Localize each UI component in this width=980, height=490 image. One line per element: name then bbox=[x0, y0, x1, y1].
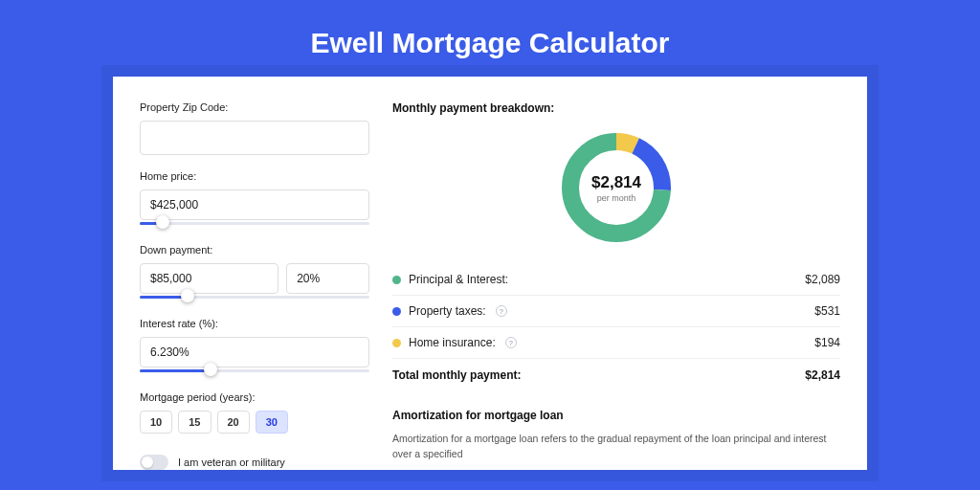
interest-slider-thumb[interactable] bbox=[204, 363, 217, 376]
amortization-title: Amortization for mortgage loan bbox=[392, 409, 840, 422]
down-payment-label: Down payment: bbox=[140, 244, 369, 256]
legend-dot bbox=[392, 307, 401, 316]
breakdown-panel: Monthly payment breakdown: $2,814 per mo… bbox=[392, 101, 840, 470]
interest-slider-fill bbox=[140, 369, 211, 372]
legend-value: $194 bbox=[814, 336, 840, 349]
home-price-slider[interactable] bbox=[140, 219, 369, 229]
interest-label: Interest rate (%): bbox=[140, 318, 369, 329]
legend-total-row: Total monthly payment: $2,814 bbox=[392, 358, 840, 395]
legend-row: Property taxes:?$531 bbox=[392, 296, 840, 327]
legend-label: Property taxes: bbox=[409, 304, 486, 318]
info-icon[interactable]: ? bbox=[496, 305, 507, 317]
home-price-label: Home price: bbox=[140, 170, 369, 182]
legend-dot bbox=[392, 339, 401, 347]
period-option-30[interactable]: 30 bbox=[256, 411, 288, 434]
legend-row: Home insurance:?$194 bbox=[392, 327, 840, 358]
veteran-label: I am veteran or military bbox=[178, 457, 285, 468]
calculator-card: Property Zip Code: Home price: Down paym… bbox=[113, 77, 867, 470]
down-payment-input[interactable] bbox=[140, 263, 278, 294]
home-price-slider-thumb[interactable] bbox=[156, 215, 169, 229]
info-icon[interactable]: ? bbox=[505, 337, 517, 348]
total-label: Total monthly payment: bbox=[392, 368, 521, 382]
inputs-panel: Property Zip Code: Home price: Down paym… bbox=[140, 101, 369, 470]
donut-amount: $2,814 bbox=[591, 173, 641, 192]
amortization-text: Amortization for a mortgage loan refers … bbox=[392, 432, 840, 462]
legend-label: Home insurance: bbox=[409, 336, 496, 349]
donut-sub: per month bbox=[597, 193, 636, 203]
veteran-toggle[interactable] bbox=[140, 455, 168, 470]
period-option-20[interactable]: 20 bbox=[217, 411, 250, 434]
total-value: $2,814 bbox=[805, 368, 840, 382]
zip-label: Property Zip Code: bbox=[140, 101, 369, 113]
down-payment-slider-thumb[interactable] bbox=[181, 289, 194, 302]
period-option-15[interactable]: 15 bbox=[178, 411, 211, 434]
page-title: Ewell Mortgage Calculator bbox=[0, 0, 980, 77]
legend-label: Principal & Interest: bbox=[409, 273, 508, 286]
zip-input[interactable] bbox=[140, 121, 369, 155]
period-group: 10152030 bbox=[140, 411, 369, 434]
interest-slider[interactable] bbox=[140, 367, 369, 376]
interest-input[interactable] bbox=[140, 337, 369, 368]
legend: Principal & Interest:$2,089Property taxe… bbox=[392, 264, 840, 358]
period-option-10[interactable]: 10 bbox=[140, 411, 172, 434]
period-label: Mortgage period (years): bbox=[140, 391, 369, 403]
donut-center: $2,814 per month bbox=[557, 128, 676, 247]
breakdown-donut: $2,814 per month bbox=[557, 128, 676, 247]
breakdown-title: Monthly payment breakdown: bbox=[392, 101, 840, 115]
down-payment-pct-input[interactable] bbox=[286, 263, 369, 294]
legend-row: Principal & Interest:$2,089 bbox=[392, 264, 840, 296]
down-payment-slider[interactable] bbox=[140, 293, 369, 302]
legend-value: $2,089 bbox=[805, 273, 840, 286]
legend-value: $531 bbox=[814, 304, 840, 318]
legend-dot bbox=[392, 276, 401, 284]
home-price-input[interactable] bbox=[140, 189, 369, 220]
